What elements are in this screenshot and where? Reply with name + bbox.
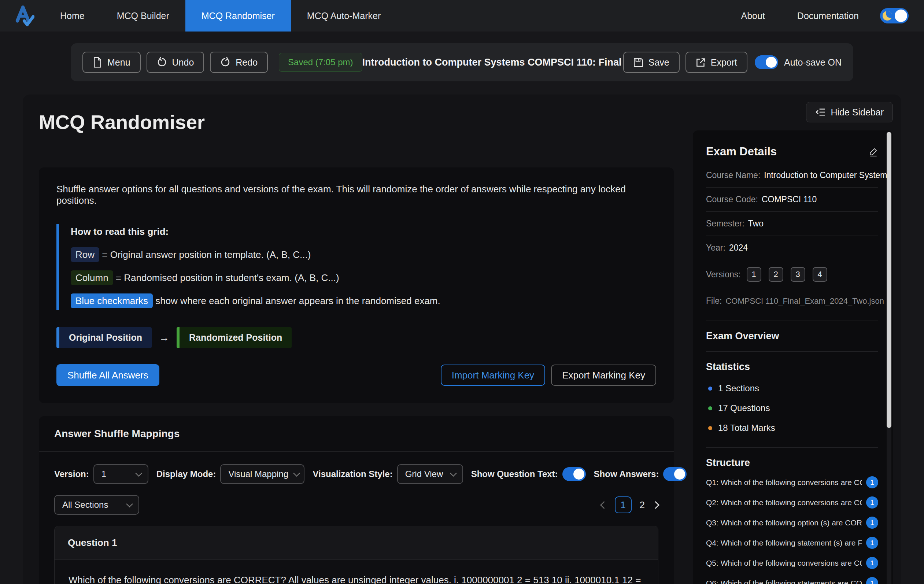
blue-checkmarks-badge: Blue checkmarks xyxy=(71,294,153,308)
export-icon xyxy=(696,58,706,68)
toggle-knob xyxy=(674,469,685,480)
structure-item-q5[interactable]: Q5: Which of the following conversions a… xyxy=(706,553,878,573)
hide-sidebar-button[interactable]: Hide Sidebar xyxy=(806,102,893,122)
redo-button[interactable]: Redo xyxy=(210,52,268,73)
version-2-button[interactable]: 2 xyxy=(769,267,783,282)
display-mode-label: Display Mode: xyxy=(157,469,216,479)
structure-item-q2[interactable]: Q2: Which of the following conversions a… xyxy=(706,492,878,513)
chevron-down-icon xyxy=(126,500,133,507)
version-1-button[interactable]: 1 xyxy=(747,267,761,282)
howto-row-line: Row = Original answer position in templa… xyxy=(71,249,656,261)
stat-sections: 1 Sections xyxy=(706,378,878,398)
marks-badge: 1 xyxy=(866,557,878,569)
stat-questions: 17 Questions xyxy=(706,398,878,418)
display-mode-select[interactable]: Visual Mapping xyxy=(220,464,304,484)
import-marking-key-button[interactable]: Import Marking Key xyxy=(441,365,545,386)
sections-select[interactable]: All Sections xyxy=(54,495,139,515)
export-marking-key-button[interactable]: Export Marking Key xyxy=(551,365,656,386)
course-code-field: Course Code: COMPSCI 110 xyxy=(706,188,878,212)
undo-icon xyxy=(157,57,167,68)
nav-item-documentation[interactable]: Documentation xyxy=(781,11,875,21)
top-navbar: Home MCQ Builder MCQ Randomiser MCQ Auto… xyxy=(0,0,924,31)
show-answers-label: Show Answers: xyxy=(594,469,659,479)
green-dot-icon xyxy=(708,406,712,410)
nav-item-mcq-builder[interactable]: MCQ Builder xyxy=(101,0,185,31)
answer-shuffle-mappings-panel: Answer Shuffle Mappings Version: 1 Displ… xyxy=(39,416,674,584)
shuffle-description-panel: Shuffle answer options for all questions… xyxy=(39,167,674,403)
dark-mode-toggle[interactable] xyxy=(880,8,909,23)
semester-field: Semester: Two xyxy=(706,212,878,236)
structure-section: Structure Q1: Which of the following con… xyxy=(706,448,878,584)
exam-toolbar: Menu Undo Redo Saved (7:05 pm) Introduct… xyxy=(71,43,853,81)
version-select[interactable]: 1 xyxy=(93,464,148,484)
toggle-knob xyxy=(573,469,584,480)
nav-item-home[interactable]: Home xyxy=(44,0,101,31)
file-name: COMPSCI 110_Final_Exam_2024_Two.json xyxy=(725,296,884,306)
sidebar-scrollbar[interactable] xyxy=(887,132,891,428)
page-2-button[interactable]: 2 xyxy=(640,499,645,511)
marks-badge: 1 xyxy=(866,516,878,529)
visualization-style-select[interactable]: Grid View xyxy=(397,464,463,484)
original-position-badge: Original Position xyxy=(56,327,152,348)
show-question-text-toggle[interactable] xyxy=(563,467,586,481)
nav-item-mcq-auto-marker[interactable]: MCQ Auto-Marker xyxy=(291,0,397,31)
file-field: File: COMPSCI 110_Final_Exam_2024_Two.js… xyxy=(706,289,878,321)
exam-overview-section: Exam Overview xyxy=(706,321,878,352)
marks-badge: 1 xyxy=(866,577,878,584)
sidebar-collapse-icon xyxy=(815,108,825,117)
app-logo[interactable] xyxy=(14,0,35,31)
question-text: Which of the following conversions are C… xyxy=(69,574,644,584)
auto-save-toggle[interactable] xyxy=(755,55,778,69)
howto-block: How to read this grid: Row = Original an… xyxy=(56,224,656,310)
statistics-section: Statistics 1 Sections 17 Questions 18 To… xyxy=(706,352,878,448)
chevron-down-icon xyxy=(450,470,457,476)
exam-overview-title: Exam Overview xyxy=(706,330,878,342)
randomized-position-badge: Randomized Position xyxy=(177,327,292,348)
structure-item-q1[interactable]: Q1: Which of the following conversions a… xyxy=(706,472,878,492)
undo-button[interactable]: Undo xyxy=(147,52,205,73)
page-title: MCQ Randomiser xyxy=(39,111,674,134)
row-badge: Row xyxy=(71,247,99,262)
course-name-field: Course Name: Introduction to Computer Sy… xyxy=(706,163,878,188)
version-label: Version: xyxy=(54,469,89,479)
pagination: 1 2 xyxy=(601,497,658,513)
column-badge: Column xyxy=(71,271,113,285)
howto-title: How to read this grid: xyxy=(71,226,656,238)
structure-item-q3[interactable]: Q3: Which of the following option (s) ar… xyxy=(706,513,878,533)
shuffle-description: Shuffle answer options for all questions… xyxy=(56,183,656,206)
toggle-knob xyxy=(766,57,777,68)
save-button[interactable]: Save xyxy=(623,52,680,73)
structure-item-q6[interactable]: Q6: Which of the following statements ar… xyxy=(706,573,878,584)
sidebar-title: Exam Details xyxy=(706,145,777,158)
export-button[interactable]: Export xyxy=(685,52,747,73)
marks-badge: 1 xyxy=(866,497,878,508)
logo-a-check-icon xyxy=(14,4,35,27)
mapping-controls: Version: 1 Display Mode: Visual Mapping … xyxy=(54,464,658,484)
arrow-right-icon: → xyxy=(159,332,169,344)
version-4-button[interactable]: 4 xyxy=(813,267,827,282)
question-title: Question 1 xyxy=(54,526,658,560)
show-question-text-label: Show Question Text: xyxy=(471,469,558,479)
redo-icon xyxy=(220,57,231,68)
version-3-button[interactable]: 3 xyxy=(790,267,805,282)
orange-dot-icon xyxy=(708,426,712,430)
stat-total-marks: 18 Total Marks xyxy=(706,418,878,438)
chevron-down-icon xyxy=(293,470,300,476)
edit-pencil-icon[interactable] xyxy=(869,147,878,157)
show-answers-toggle[interactable] xyxy=(663,467,686,481)
shuffle-all-answers-button[interactable]: Shuffle All Answers xyxy=(56,364,159,386)
nav-item-mcq-randomiser[interactable]: MCQ Randomiser xyxy=(185,0,291,31)
previous-page-icon[interactable] xyxy=(600,501,607,508)
auto-save-label: Auto-save ON xyxy=(784,57,842,68)
question-card: Question 1 Which of the following conver… xyxy=(54,526,658,584)
page-1-button[interactable]: 1 xyxy=(615,497,632,513)
mappings-title: Answer Shuffle Mappings xyxy=(39,416,674,452)
versions-field: Versions: 1 2 3 4 xyxy=(706,260,878,289)
structure-item-q4[interactable]: Q4: Which of the following statement (s)… xyxy=(706,533,878,553)
menu-button[interactable]: Menu xyxy=(82,52,141,73)
save-icon xyxy=(634,58,644,68)
blue-dot-icon xyxy=(708,386,712,391)
structure-title: Structure xyxy=(706,457,878,469)
next-page-icon[interactable] xyxy=(652,501,660,508)
nav-item-about[interactable]: About xyxy=(725,11,781,21)
